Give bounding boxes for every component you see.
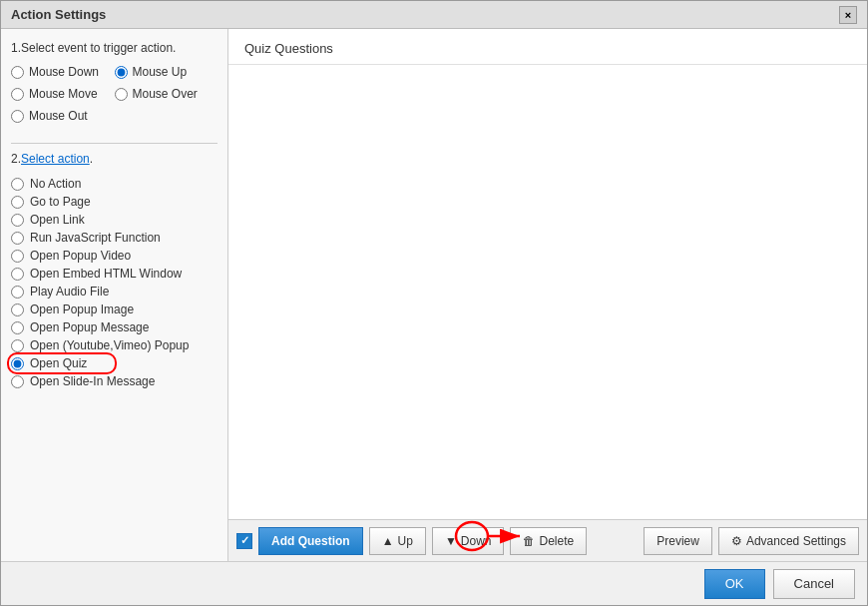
event-grid: Mouse Down Mouse Up Mouse Move Mouse Ove… bbox=[11, 65, 217, 127]
open-popup-message-label: Open Popup Message bbox=[30, 320, 149, 334]
go-to-page-radio[interactable] bbox=[11, 196, 24, 209]
advanced-settings-label: Advanced Settings bbox=[746, 534, 846, 548]
event-mouse-over[interactable]: Mouse Over bbox=[115, 87, 218, 101]
action-run-js[interactable]: Run JavaScript Function bbox=[11, 230, 217, 246]
action-open-slide-in[interactable]: Open Slide-In Message bbox=[11, 373, 217, 389]
up-button[interactable]: ▲ Up bbox=[369, 527, 426, 555]
mouse-move-label: Mouse Move bbox=[29, 87, 98, 101]
title-bar: Action Settings × bbox=[1, 1, 867, 29]
open-popup-message-radio[interactable] bbox=[11, 321, 24, 334]
down-button[interactable]: ▼ Down bbox=[432, 527, 505, 555]
section2-label: 2.Select action. bbox=[11, 152, 217, 166]
mouse-down-radio[interactable] bbox=[11, 66, 24, 79]
add-question-checkbox[interactable] bbox=[236, 533, 252, 549]
quiz-toolbar: Add Question ▲ Up ▼ Down 🗑 Delete Previe… bbox=[228, 519, 867, 561]
event-mouse-move[interactable]: Mouse Move bbox=[11, 87, 115, 101]
section1-label: 1.Select event to trigger action. bbox=[11, 41, 217, 55]
open-popup-image-label: Open Popup Image bbox=[30, 303, 134, 316]
action-open-popup-video[interactable]: Open Popup Video bbox=[11, 248, 217, 264]
action-open-popup-message[interactable]: Open Popup Message bbox=[11, 319, 217, 335]
delete-label: Delete bbox=[539, 534, 574, 548]
open-slide-in-label: Open Slide-In Message bbox=[30, 374, 155, 388]
open-quiz-radio[interactable] bbox=[11, 357, 24, 370]
open-popup-video-radio[interactable] bbox=[11, 250, 24, 263]
run-js-label: Run JavaScript Function bbox=[30, 231, 161, 245]
run-js-radio[interactable] bbox=[11, 232, 24, 245]
play-audio-label: Play Audio File bbox=[30, 285, 109, 299]
mouse-down-label: Mouse Down bbox=[29, 65, 99, 79]
mouse-over-label: Mouse Over bbox=[133, 87, 198, 101]
quiz-questions-header: Quiz Questions bbox=[228, 29, 867, 65]
action-open-quiz[interactable]: Open Quiz bbox=[11, 355, 217, 371]
open-link-label: Open Link bbox=[30, 213, 85, 227]
section-divider bbox=[11, 143, 217, 144]
event-mouse-up[interactable]: Mouse Up bbox=[115, 65, 218, 79]
action-open-popup-image[interactable]: Open Popup Image bbox=[11, 302, 217, 317]
gear-icon: ⚙ bbox=[731, 534, 742, 548]
mouse-up-label: Mouse Up bbox=[133, 65, 188, 79]
preview-button[interactable]: Preview bbox=[644, 527, 712, 555]
action-open-youtube-vimeo[interactable]: Open (Youtube,Vimeo) Popup bbox=[11, 337, 217, 353]
action-list: No Action Go to Page Open Link Run JavaS… bbox=[11, 176, 217, 389]
dialog-footer: OK Cancel bbox=[1, 561, 867, 605]
down-label: Down bbox=[461, 534, 492, 548]
ok-button[interactable]: OK bbox=[704, 569, 765, 599]
no-action-radio[interactable] bbox=[11, 178, 24, 191]
up-arrow-icon: ▲ bbox=[382, 534, 394, 548]
open-link-radio[interactable] bbox=[11, 214, 24, 227]
event-mouse-out[interactable]: Mouse Out bbox=[11, 109, 115, 123]
mouse-out-radio[interactable] bbox=[11, 110, 24, 123]
open-youtube-vimeo-label: Open (Youtube,Vimeo) Popup bbox=[30, 338, 189, 352]
add-question-checkbox-wrap bbox=[236, 533, 252, 549]
down-arrow-icon: ▼ bbox=[445, 534, 457, 548]
open-popup-image-radio[interactable] bbox=[11, 303, 24, 316]
event-mouse-down[interactable]: Mouse Down bbox=[11, 65, 115, 79]
mouse-move-radio[interactable] bbox=[11, 88, 24, 101]
open-popup-video-label: Open Popup Video bbox=[30, 249, 131, 263]
mouse-out-label: Mouse Out bbox=[29, 109, 88, 123]
action-no-action[interactable]: No Action bbox=[11, 176, 217, 192]
action-go-to-page[interactable]: Go to Page bbox=[11, 194, 217, 210]
up-label: Up bbox=[398, 534, 413, 548]
go-to-page-label: Go to Page bbox=[30, 195, 91, 209]
cancel-button[interactable]: Cancel bbox=[773, 569, 855, 599]
action-open-link[interactable]: Open Link bbox=[11, 212, 217, 228]
open-quiz-label: Open Quiz bbox=[30, 356, 87, 370]
delete-icon: 🗑 bbox=[523, 534, 535, 548]
left-panel: 1.Select event to trigger action. Mouse … bbox=[1, 29, 228, 561]
advanced-settings-button[interactable]: ⚙ Advanced Settings bbox=[718, 527, 859, 555]
quiz-content-area bbox=[228, 65, 867, 519]
no-action-label: No Action bbox=[30, 177, 81, 191]
dialog-body: 1.Select event to trigger action. Mouse … bbox=[1, 29, 867, 561]
play-audio-radio[interactable] bbox=[11, 286, 24, 299]
mouse-over-radio[interactable] bbox=[115, 88, 128, 101]
mouse-up-radio[interactable] bbox=[115, 66, 128, 79]
add-question-button[interactable]: Add Question bbox=[258, 527, 363, 555]
close-button[interactable]: × bbox=[839, 6, 857, 24]
action-open-embed-html[interactable]: Open Embed HTML Window bbox=[11, 266, 217, 282]
delete-button[interactable]: 🗑 Delete bbox=[510, 527, 587, 555]
open-embed-html-radio[interactable] bbox=[11, 268, 24, 281]
open-embed-html-label: Open Embed HTML Window bbox=[30, 267, 182, 281]
action-play-audio[interactable]: Play Audio File bbox=[11, 284, 217, 300]
dialog-title: Action Settings bbox=[11, 7, 106, 22]
open-youtube-vimeo-radio[interactable] bbox=[11, 339, 24, 352]
action-settings-dialog: Action Settings × 1.Select event to trig… bbox=[0, 0, 868, 606]
right-panel: Quiz Questions bbox=[228, 29, 867, 561]
open-slide-in-radio[interactable] bbox=[11, 375, 24, 388]
